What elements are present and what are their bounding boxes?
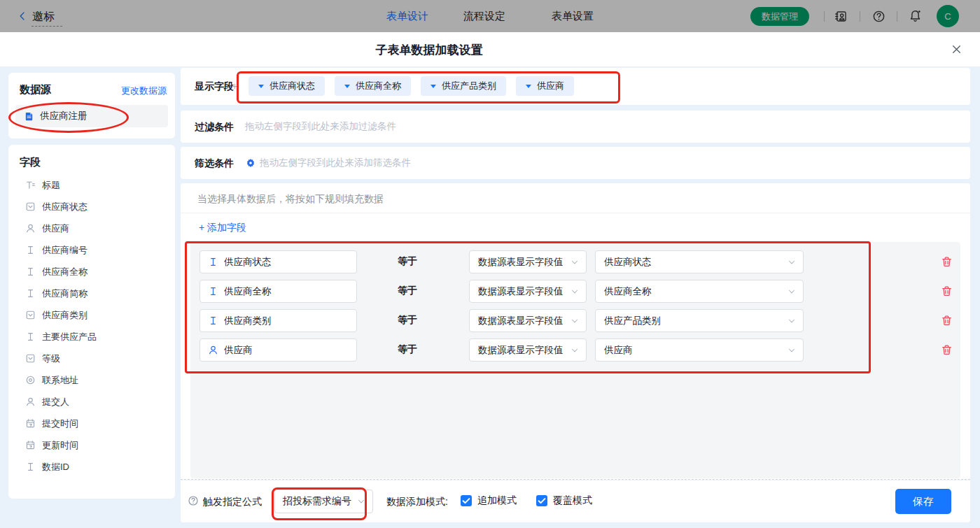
fields-card: 字段 标题供应商状态供应商供应商编号供应商全称供应商简称供应商类别主要供应产品等… [8,145,175,499]
chevron-down-icon [787,287,797,297]
display-fields-label: 显示字段 [195,80,234,93]
text-icon [208,286,218,297]
display-field-tag[interactable]: 供应商 [516,76,574,96]
display-field-tag[interactable]: 供应产品类别 [421,76,506,96]
target-field-input[interactable]: 供应商全称 [200,280,357,303]
source-field-select[interactable]: 供应产品类别 [595,309,804,332]
fields-heading: 字段 [20,156,41,169]
field-item-label: 供应商 [42,222,69,235]
source-field-select[interactable]: 供应商 [595,338,804,362]
operator-label: 等于 [398,343,417,356]
checkbox-checked-icon[interactable] [536,495,547,506]
source-field-select-value: 供应产品类别 [604,315,661,327]
source-field-select-value: 供应商全称 [604,285,652,298]
field-item-label: 数据ID [42,461,69,473]
datasource-item[interactable]: 供应商注册 [15,105,168,127]
source-type-select[interactable]: 数据源表显示字段值 [469,280,587,303]
title-icon [25,180,36,190]
source-type-select-value: 数据源表显示字段值 [478,315,564,327]
field-item[interactable]: 更新时间 [8,434,175,456]
source-type-select[interactable]: 数据源表显示字段值 [469,250,587,273]
caret-down-icon [344,85,350,91]
field-item-label: 供应商状态 [42,201,88,213]
text-icon [25,288,36,299]
caret-down-icon [430,85,436,91]
display-fields-row: 显示字段 + 供应商状态供应商全称供应产品类别供应商 [181,68,970,105]
person-icon [25,397,36,407]
divider [181,213,970,213]
location-icon [25,375,36,385]
field-item-label: 等级 [42,352,60,365]
rules-panel: 供应商状态等于数据源表显示字段值供应商状态供应商全称等于数据源表显示字段值供应商… [190,242,960,478]
field-item[interactable]: 数据ID [8,456,175,478]
source-type-select[interactable]: 数据源表显示字段值 [469,338,587,362]
field-item[interactable]: 联系地址 [8,369,175,391]
source-field-select[interactable]: 供应商状态 [595,250,804,273]
target-field-input[interactable]: 供应商 [200,338,357,362]
close-icon[interactable] [951,43,962,55]
data-add-mode-label: 数据添加模式: [386,496,448,508]
save-button[interactable]: 保存 [895,489,951,514]
sift-row: 筛选条件 拖动左侧字段到此处来添加筛选条件 [181,147,970,179]
select-icon [25,201,36,212]
delete-row-icon[interactable] [941,285,953,297]
target-field-label: 供应商全称 [224,285,272,298]
gear-icon[interactable] [246,158,255,168]
target-field-input[interactable]: 供应商状态 [200,250,357,273]
field-item[interactable]: 主要供应产品 [8,326,175,348]
data-add-modes: 追加模式覆盖模式 [461,494,592,507]
source-type-select-value: 数据源表显示字段值 [478,344,564,357]
chevron-down-icon [787,345,797,355]
checkbox-checked-icon[interactable] [461,495,472,506]
source-field-select-value: 供应商 [604,344,633,357]
mode-option[interactable]: 追加模式 [461,494,517,507]
change-datasource-link[interactable]: 更改数据源 [121,85,167,97]
field-item-label: 联系地址 [42,374,78,387]
field-item[interactable]: 供应商状态 [8,196,175,217]
add-display-field-button[interactable]: + [232,80,238,92]
top-nav: 邀标 表单设计流程设定表单设置 数据管理 C [0,0,980,32]
field-item-label: 提交时间 [42,418,78,430]
add-field-link[interactable]: + 添加字段 [199,222,246,234]
caret-down-icon [258,85,264,91]
delete-row-icon[interactable] [941,344,953,356]
field-item[interactable]: 供应商编号 [8,239,175,261]
modal-dim-overlay [0,0,980,32]
question-circle-icon[interactable] [188,495,199,506]
operator-label: 等于 [398,314,417,327]
mode-option[interactable]: 覆盖模式 [536,494,592,507]
field-item[interactable]: 供应商类别 [8,304,175,326]
field-item[interactable]: 供应商 [8,217,175,239]
text-icon [25,266,36,277]
field-item-label: 标题 [42,179,60,192]
source-field-select[interactable]: 供应商全称 [595,280,804,303]
field-item[interactable]: 标题 [8,174,175,196]
field-item-label: 供应商简称 [42,287,88,300]
sift-dropzone[interactable]: 拖动左侧字段到此处来添加筛选条件 [260,147,963,179]
trigger-formula-label: 触发指定公式 [203,496,262,508]
display-field-tag[interactable]: 供应商状态 [248,76,325,96]
field-item[interactable]: 等级 [8,348,175,369]
field-item[interactable]: 提交时间 [8,413,175,434]
chevron-down-icon [570,345,580,355]
operator-label: 等于 [398,285,417,297]
delete-row-icon[interactable] [941,315,953,327]
filter-placeholder: 拖动左侧字段到此处来添加过滤条件 [245,120,396,133]
field-item[interactable]: 供应商全称 [8,261,175,283]
display-field-tags: 供应商状态供应商全称供应产品类别供应商 [248,76,574,96]
trigger-formula-select[interactable]: 招投标需求编号 [274,490,373,513]
text-icon [25,331,36,342]
display-field-tag-label: 供应商 [537,80,564,92]
field-item[interactable]: 供应商简称 [8,283,175,304]
display-field-tag[interactable]: 供应商全称 [335,76,411,96]
field-item-label: 提交人 [42,396,69,408]
calendar-icon [25,418,36,429]
chevron-down-icon [570,257,580,267]
rules-hint: 当选择具体数据后，将按如下规则填充数据 [197,193,384,206]
source-type-select[interactable]: 数据源表显示字段值 [469,309,587,332]
filter-dropzone[interactable]: 拖动左侧字段到此处来添加过滤条件 [245,110,963,143]
target-field-input[interactable]: 供应商类别 [200,309,357,332]
delete-row-icon[interactable] [941,256,953,268]
field-item[interactable]: 提交人 [8,391,175,413]
rule-row: 供应商类别等于数据源表显示字段值供应产品类别 [190,309,960,332]
